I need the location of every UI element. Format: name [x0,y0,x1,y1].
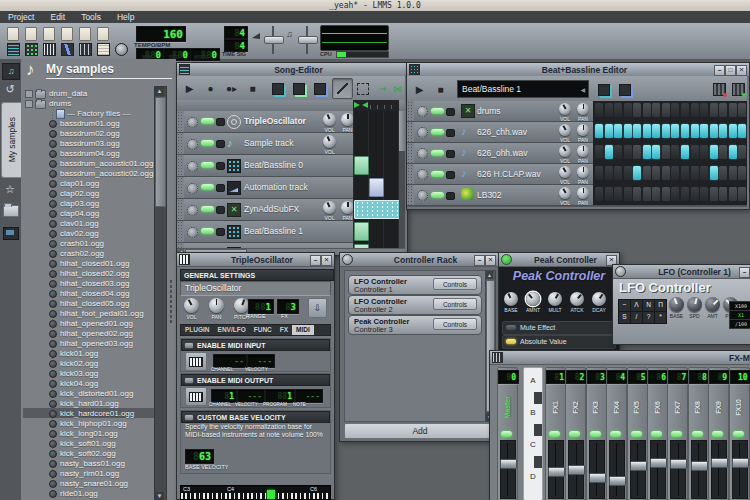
bank-key-d[interactable]: D [524,472,542,481]
tree-file-kick_hardcore01.ogg[interactable]: kick_hardcore01.ogg [23,408,154,418]
step-cell-12[interactable] [700,124,708,138]
channel-fader[interactable] [609,440,625,499]
tree-file-crash02.ogg[interactable]: crash02.ogg [23,248,154,258]
track-grip[interactable] [177,111,184,132]
fader-handle[interactable] [711,458,728,468]
step-cell-15[interactable] [729,187,737,201]
tree-file-kick_distorted01.ogg[interactable]: kick_distorted01.ogg [23,388,154,398]
fx-channel-fx2[interactable]: 82FX2 [565,367,586,500]
step-cell-7[interactable] [652,145,660,159]
peak-amnt-knob[interactable] [526,292,540,306]
osc-pitch-knob[interactable] [234,298,249,313]
fader-handle[interactable] [500,459,517,469]
channel-number-display[interactable]: 87 [668,370,689,384]
tab-midi[interactable]: MIDI [292,325,314,335]
step-cell-9[interactable] [671,103,679,117]
track-grip[interactable] [177,177,184,198]
song-editor-vscrollbar[interactable] [399,111,405,248]
channel-fader[interactable] [670,440,686,499]
channel-fader[interactable] [548,440,564,499]
track-mute-led[interactable] [201,206,214,212]
midi-channel-display[interactable]: -- [213,354,247,368]
step-cell-15[interactable] [729,166,737,180]
channel-fader[interactable] [630,440,646,499]
fx-channel-fx5[interactable]: 85FX5 [627,367,648,500]
automation-editor-button[interactable] [58,41,76,58]
tree-file-bassdrum_acoustic02.ogg[interactable]: bassdrum_acoustic02.ogg [23,168,154,178]
lfo-amt-knob[interactable] [705,297,720,312]
song-editor-timeline[interactable] [177,100,405,111]
minimize-icon[interactable]: – [739,267,750,278]
track-mute-led[interactable] [201,184,214,190]
play-button[interactable]: ▶ [409,79,430,100]
fader-handle[interactable] [609,476,626,486]
channel-number-display[interactable]: 88 [689,370,710,384]
channel-fader[interactable] [568,440,584,499]
track-gear-icon[interactable] [417,148,428,159]
save-project-button[interactable] [40,25,58,42]
peak-mult-knob[interactable] [548,292,562,306]
tree-file-clav01.ogg[interactable]: clav01.ogg [23,218,154,228]
step-cell-16[interactable] [738,124,746,138]
bb-editor-button[interactable] [22,41,40,58]
add-bb-track-button[interactable] [267,78,288,99]
track-grip[interactable] [177,155,184,176]
track-pan-knob[interactable] [577,187,589,199]
channel-fader[interactable] [691,440,707,499]
tab-func[interactable]: FUNC [250,325,276,335]
enable-checkbox-led[interactable] [184,342,194,349]
step-cell-2[interactable] [605,124,613,138]
track-grip[interactable] [407,122,414,142]
step-cell-4[interactable] [624,103,632,117]
home-folder-icon[interactable] [3,205,19,217]
fx-channel-fx7[interactable]: 87FX7 [667,367,688,500]
step-cell-9[interactable] [671,187,679,201]
step-cell-3[interactable] [614,124,622,138]
step-cell-14[interactable] [719,103,727,117]
step-cell-1[interactable] [595,187,603,201]
presets-star-icon[interactable]: ☆ [2,182,18,197]
tree-file-hihat_opened01.ogg[interactable]: hihat_opened01.ogg [23,318,154,328]
controls-button[interactable]: Controls [433,278,477,290]
step-cell-5[interactable] [633,145,641,159]
track-pan-knob[interactable] [577,145,589,157]
fx-mixer-button[interactable] [76,41,94,58]
track-gear-icon[interactable] [417,190,428,201]
instrument-tab-icon[interactable]: ♫ [2,63,20,80]
bb-track-drums[interactable]: ✕drumsVOLPAN [407,101,747,122]
step-cell-13[interactable] [710,103,718,117]
tree-file-hihat_opened03.ogg[interactable]: hihat_opened03.ogg [23,338,154,348]
step-cell-15[interactable] [729,145,737,159]
track-gear-icon[interactable] [187,227,198,238]
fader-handle[interactable] [568,465,585,475]
fx-channel-fx9[interactable]: 89FX9 [708,367,729,500]
track-pattern-lane[interactable] [353,220,399,242]
step-cell-14[interactable] [719,124,727,138]
draw-mode-button[interactable] [332,78,353,99]
channel-number-display[interactable]: 82 [566,370,587,384]
controller-rack-titlebar[interactable]: Controller Rack – ✕ [340,253,498,267]
controller-rack-button[interactable] [112,41,130,58]
record-button[interactable]: ● [200,78,221,99]
track-mute-led[interactable] [431,192,444,198]
scroll-up-icon[interactable]: ▲ [155,87,164,96]
tree-file-kick_long01.ogg[interactable]: kick_long01.ogg [23,428,154,438]
computer-icon[interactable] [3,227,19,240]
midi-channel-display[interactable]: 81 [211,389,237,403]
import-file-button[interactable] [76,25,94,42]
song-track-beat-bassline-1[interactable]: Beat/Bassline 1 [177,221,399,243]
track-grip[interactable] [177,221,184,242]
browser-scrollbar[interactable]: ▲ ▼ [154,86,167,500]
tree-file-nasty_rim01.ogg[interactable]: nasty_rim01.ogg [23,468,154,478]
track-pattern-lane[interactable] [353,111,399,132]
track-volume-knob[interactable] [323,113,336,126]
peak-base-knob[interactable] [504,292,518,306]
step-cell-13[interactable] [710,166,718,180]
master-volume-slider[interactable] [272,26,274,54]
tree-file-crash01.ogg[interactable]: crash01.ogg [23,238,154,248]
peak-dcay-knob[interactable] [592,292,606,306]
play-button[interactable]: ▶ [179,78,200,99]
new-project-button[interactable] [4,25,22,42]
track-gear-icon[interactable] [187,205,198,216]
controls-button[interactable]: Controls [433,298,477,310]
